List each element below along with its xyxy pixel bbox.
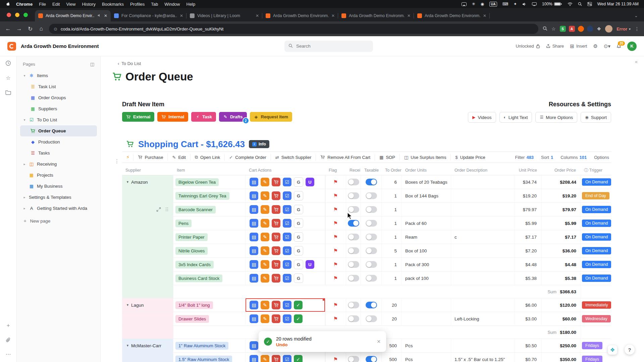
receipt-icon[interactable]: ▤ [250,246,258,255]
flag-icon[interactable]: ⚑ [333,220,338,226]
order-description-cell[interactable] [451,217,515,230]
flag-icon[interactable]: ⚑ [333,179,338,185]
toolbar-button-edit[interactable]: ✎Edit [167,154,190,161]
checklist-icon[interactable]: ☑ [283,260,291,269]
unit-price-cell[interactable]: $0.70 [515,353,542,362]
volume-icon[interactable] [522,2,527,6]
display-icon[interactable] [532,2,537,6]
received-toggle[interactable] [348,206,359,213]
control-center-icon[interactable] [587,2,592,6]
receipt-icon[interactable]: ▤ [250,301,258,309]
order-price-cell[interactable]: $120.00 [542,298,581,312]
undo-button[interactable]: Undo [276,342,312,347]
order-price-cell[interactable]: $7.17 [542,230,581,244]
order-price-cell[interactable]: $36.00 [542,244,581,257]
row-expand-icon[interactable] [156,207,161,212]
gear-icon[interactable]: ⚙ [593,43,597,49]
supplier-cell[interactable]: ▼ [122,312,173,325]
order-description-cell[interactable] [451,189,515,202]
screen-mirroring-icon[interactable] [462,2,467,6]
sidebar-item-production[interactable]: ◆Production [20,136,97,147]
apple-menu-icon[interactable] [5,2,10,7]
google-icon[interactable]: G [294,219,303,228]
doc-search[interactable] [284,41,373,52]
unit-price-cell[interactable]: $6.00 [515,298,542,312]
wifi-icon[interactable] [568,2,573,6]
order-units-cell[interactable]: Pcs [402,353,451,362]
order-price-cell[interactable]: $250.00 [542,339,581,352]
order-description-cell[interactable] [451,258,515,271]
row-drag-handle[interactable]: ⠿ [165,207,169,213]
starred-icon[interactable]: ☆ [6,75,10,81]
toolbar-button-switch-supplier[interactable]: ⇄Switch Supplier [271,154,316,161]
to-order-cell[interactable]: 6 [382,175,402,189]
flag-cell[interactable]: ⚑ [325,353,346,362]
draft-button-external[interactable]: External [122,112,154,122]
window-close-button[interactable] [7,13,11,17]
site-settings-icon[interactable]: ⊙ [54,26,57,32]
resource-button-support[interactable]: ◉Support [581,112,611,123]
edit-pencil-icon[interactable]: ✎ [261,274,269,283]
chevron-down-icon[interactable]: ▾ [23,74,26,77]
order-description-cell[interactable] [451,244,515,257]
checklist-icon[interactable]: ☑ [283,191,291,200]
edit-pencil-icon[interactable]: ✎ [261,260,269,269]
supplier-cell[interactable]: ▼ McMaster-Carr [122,339,173,352]
sidebar-item-task-list[interactable]: ☰Task List [20,81,97,92]
to-order-cell[interactable]: 1 [382,258,402,271]
flag-cell[interactable]: ⚑ [325,298,346,312]
order-description-cell[interactable] [451,339,515,352]
order-units-cell[interactable]: Box of 144 Bags [402,189,451,202]
tab-close-icon[interactable]: ✕ [104,13,107,18]
item-cell[interactable]: Barcode Scanner [173,203,246,216]
sidebar-item-my-business[interactable]: ▦My Business [20,181,97,192]
bookmark-star-icon[interactable]: ☆ [551,26,556,32]
toolbar-button-sop[interactable]: ▦SOP [375,154,399,161]
edit-pencil-icon[interactable]: ✎ [261,301,269,309]
order-units-cell[interactable]: Pack of 60 [402,217,451,230]
flag-icon[interactable]: ⚑ [333,356,338,362]
column-header-recei[interactable]: Recei [346,168,361,173]
order-description-cell[interactable]: Left-Locking [451,312,515,325]
order-description-cell[interactable]: c [451,230,515,244]
menubar-item-view[interactable]: View [66,2,75,7]
receipt-icon[interactable]: ▤ [250,341,258,350]
recents-clock-icon[interactable] [5,60,11,66]
browser-tab[interactable]: For Compliance - kyle@arda...✕ [111,10,186,21]
search-input[interactable] [296,43,369,49]
toolbar-button-update-price[interactable]: $Update Price [450,154,489,161]
toast-close-icon[interactable]: ✕ [377,339,381,344]
google-icon[interactable]: G [294,274,303,283]
to-order-cell[interactable]: 5 [382,244,402,257]
column-header-taxable[interactable]: Taxable [361,168,382,173]
unit-price-cell[interactable]: $19.20 [515,189,542,202]
extension-icon[interactable] [587,26,593,32]
received-toggle[interactable] [348,315,359,322]
menubar-item-history[interactable]: History [82,2,95,7]
order-description-cell[interactable] [451,272,515,285]
order-units-cell[interactable]: Boxes of 20 Teabags [402,175,451,189]
reload-button[interactable]: ↻ [27,25,34,33]
order-units-cell[interactable]: Pack of 300 [402,258,451,271]
flag-icon[interactable]: ⚑ [333,302,338,308]
sidebar-item-order-queue[interactable]: Order Queue [20,125,97,136]
collapse-panel-icon[interactable]: « [635,59,638,64]
toolbar-button-purchase[interactable]: Purchase [133,154,168,161]
unit-price-cell[interactable]: $0.50 [515,339,542,352]
item-cell[interactable]: Printer Paper [173,230,246,244]
google-icon[interactable]: G [294,260,303,269]
column-header-unit-price[interactable]: Unit Price [515,168,542,173]
toolbar-button-open-link[interactable]: ⧉Open Link [190,154,225,161]
paperclip-icon[interactable] [6,337,11,343]
trigger-cell[interactable]: Wednesday [581,312,611,325]
remove-from-cart-icon[interactable] [272,191,280,200]
sidebar-item-items[interactable]: ▾✻Items [20,70,97,81]
google-icon[interactable]: G [294,232,303,242]
unit-price-cell[interactable]: $5.99 [515,217,542,230]
order-price-cell[interactable]: $5.38 [542,272,581,285]
order-units-cell[interactable]: Pcs [402,339,451,352]
sidebar-item-order-groups[interactable]: ▦Order Groups [20,92,97,103]
edit-pencil-icon[interactable]: ✎ [261,246,269,255]
row-options-kebab-icon[interactable]: ⋮ [114,158,119,164]
edit-pencil-icon[interactable]: ✎ [261,205,269,214]
